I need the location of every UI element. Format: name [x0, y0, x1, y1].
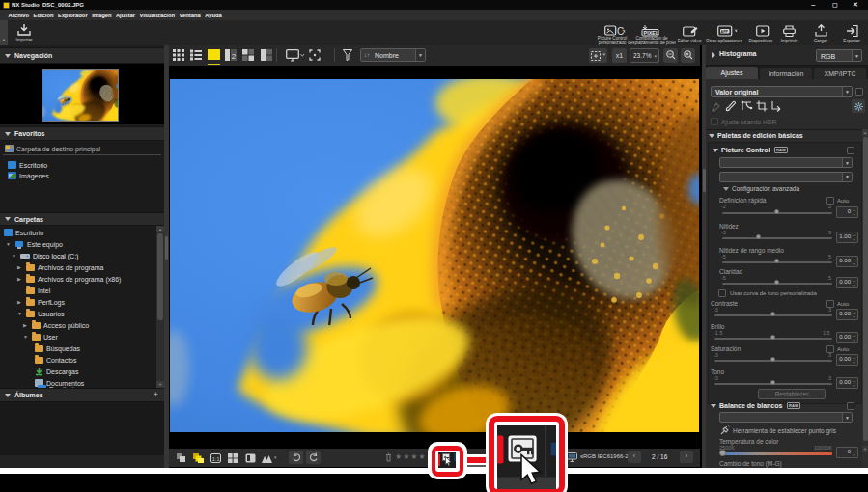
svg-text:C: C: [617, 26, 624, 37]
svg-text:APP: APP: [721, 30, 729, 34]
svg-text:PIXEL: PIXEL: [644, 29, 659, 35]
svg-text:1:1: 1:1: [212, 455, 220, 461]
svg-text:2: 2: [232, 52, 237, 61]
